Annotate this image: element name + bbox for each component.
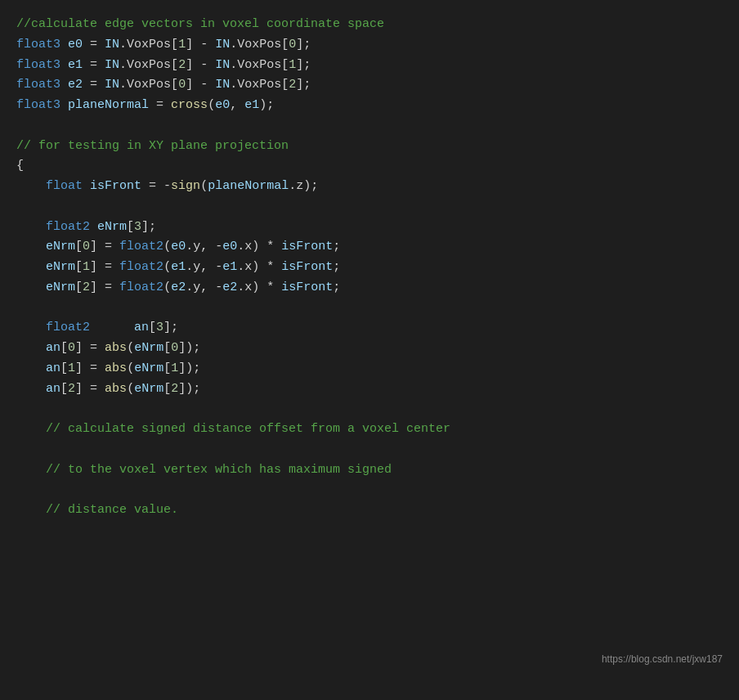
code-line: float2 an[3]; [16,318,723,339]
code-line: float isFront = -sign(planeNormal.z); [16,177,723,197]
code-line [16,399,723,420]
code-line: an[0] = abs(eNrm[0]); [16,339,723,359]
code-line: eNrm[2] = float2(e2.y, -e2.x) * isFront; [16,278,723,298]
code-line: eNrm[1] = float2(e1.y, -e1.x) * isFront; [16,258,723,278]
code-line [16,480,723,500]
code-line: // for testing in XY plane projection [16,137,723,157]
code-line: float3 e0 = IN.VoxPos[1] - IN.VoxPos[0]; [16,35,723,56]
code-line [16,440,723,460]
code-line: float3 e1 = IN.VoxPos[2] - IN.VoxPos[1]; [16,56,723,76]
watermark: https://blog.csdn.net/jxw187 [602,652,723,667]
code-line [16,116,723,137]
code-block: //calculate edge vectors in voxel coordi… [16,15,723,521]
code-line: { [16,156,723,177]
code-line [16,298,723,319]
code-container: //calculate edge vectors in voxel coordi… [0,0,739,700]
code-line: an[1] = abs(eNrm[1]); [16,359,723,379]
code-line: float3 e2 = IN.VoxPos[0] - IN.VoxPos[2]; [16,75,723,96]
code-line: float2 eNrm[3]; [16,218,723,238]
code-line: //calculate edge vectors in voxel coordi… [16,15,723,35]
code-line: an[2] = abs(eNrm[2]); [16,379,723,400]
code-line: // calculate signed distance offset from… [16,420,723,440]
code-line [16,197,723,218]
code-line: // to the voxel vertex which has maximum… [16,460,723,481]
code-line: float3 planeNormal = cross(e0, e1); [16,96,723,116]
code-line: // distance value. [16,500,723,521]
code-line: eNrm[0] = float2(e0.y, -e0.x) * isFront; [16,237,723,258]
